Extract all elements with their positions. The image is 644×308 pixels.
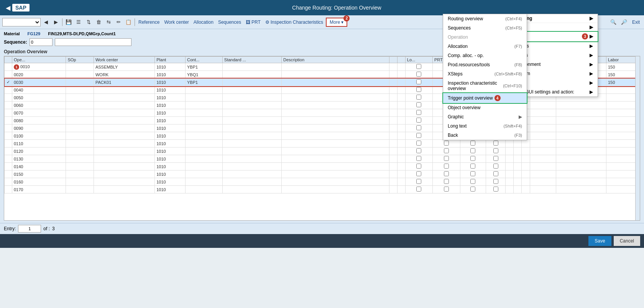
- cl-checkbox[interactable]: [470, 156, 475, 161]
- table-row[interactable]: 01401010: [5, 163, 640, 170]
- table-row[interactable]: 00901010: [5, 125, 640, 132]
- goto-item-0[interactable]: Routing overview(Ctrl+F4): [443, 14, 527, 23]
- table-row[interactable]: 00801010: [5, 117, 640, 125]
- row-cl[interactable]: [460, 186, 486, 193]
- cancel-button[interactable]: Cancel: [614, 236, 640, 246]
- lo-checkbox[interactable]: [416, 171, 421, 176]
- row-checkbox[interactable]: [5, 94, 12, 102]
- entry-input[interactable]: [18, 225, 41, 233]
- row-lo[interactable]: [405, 178, 432, 186]
- c-checkbox[interactable]: [493, 179, 498, 184]
- row-lo[interactable]: [405, 86, 432, 94]
- row-checkbox[interactable]: [5, 102, 12, 109]
- row-prt[interactable]: [432, 147, 460, 155]
- row-checkbox[interactable]: [5, 170, 12, 178]
- allocation-button[interactable]: Allocation: [192, 18, 215, 27]
- lo-checkbox[interactable]: [416, 133, 421, 138]
- save-button[interactable]: Save: [588, 236, 611, 246]
- row-c[interactable]: [486, 155, 505, 163]
- lo-checkbox[interactable]: [416, 87, 421, 92]
- table-row[interactable]: 01601010: [5, 178, 640, 186]
- table-row[interactable]: 01701010: [5, 186, 640, 193]
- row-checkbox[interactable]: [5, 132, 12, 140]
- sequence-desc-input[interactable]: [55, 38, 131, 46]
- row-checkbox[interactable]: [5, 86, 12, 94]
- row-lo[interactable]: [405, 79, 432, 86]
- goto-item-6[interactable]: XSteps(Ctrl+Shift+F8): [443, 69, 527, 79]
- prt-button[interactable]: 🖼 PRT: [244, 18, 263, 27]
- row-checkbox[interactable]: [5, 117, 12, 125]
- table-row[interactable]: 00701010: [5, 109, 640, 117]
- table-row[interactable]: 01301010: [5, 155, 640, 163]
- row-checkbox[interactable]: [5, 71, 12, 79]
- lo-checkbox[interactable]: [416, 164, 421, 169]
- prt-checkbox[interactable]: [444, 156, 449, 161]
- more-button[interactable]: More ▾ 2: [326, 18, 347, 27]
- row-c[interactable]: [486, 163, 505, 170]
- c-checkbox[interactable]: [493, 164, 498, 169]
- row-lo[interactable]: [405, 140, 432, 147]
- row-cl[interactable]: [460, 163, 486, 170]
- row-checkbox[interactable]: [5, 109, 12, 117]
- row-c[interactable]: [486, 170, 505, 178]
- bullets-button[interactable]: ☰: [74, 18, 83, 27]
- c-checkbox[interactable]: [493, 148, 498, 153]
- prt-checkbox[interactable]: [444, 187, 449, 192]
- nav-prev-button[interactable]: ◀: [41, 18, 51, 27]
- cl-checkbox[interactable]: [470, 187, 475, 192]
- edit-button[interactable]: ✏: [114, 18, 123, 27]
- row-c[interactable]: [486, 178, 505, 186]
- row-prt[interactable]: [432, 163, 460, 170]
- prt-checkbox[interactable]: [444, 148, 449, 153]
- lo-checkbox[interactable]: [416, 125, 421, 130]
- sort-button[interactable]: ⇅: [84, 18, 93, 27]
- table-row[interactable]: 01001010: [5, 132, 640, 140]
- row-prt[interactable]: [432, 170, 460, 178]
- row-lo[interactable]: [405, 109, 432, 117]
- lo-checkbox[interactable]: [416, 79, 421, 84]
- table-row[interactable]: 01201010: [5, 147, 640, 155]
- row-lo[interactable]: [405, 102, 432, 109]
- row-c[interactable]: [486, 186, 505, 193]
- row-prt[interactable]: [432, 186, 460, 193]
- goto-item-3[interactable]: Allocation(F7): [443, 42, 527, 51]
- row-lo[interactable]: [405, 147, 432, 155]
- toolbar-dropdown[interactable]: [2, 18, 41, 26]
- row-lo[interactable]: [405, 132, 432, 140]
- row-checkbox[interactable]: [5, 125, 12, 132]
- c-checkbox[interactable]: [493, 156, 498, 161]
- cl-checkbox[interactable]: [470, 171, 475, 176]
- row-lo[interactable]: [405, 186, 432, 193]
- nav-next-button[interactable]: ▶: [51, 18, 61, 27]
- row-lo[interactable]: [405, 94, 432, 102]
- goto-item-8[interactable]: Trigger point overview4: [443, 93, 527, 103]
- delete-button[interactable]: 🗑: [94, 18, 103, 27]
- row-cl[interactable]: [460, 178, 486, 186]
- sequences-button[interactable]: Sequences: [216, 18, 243, 27]
- goto-item-4[interactable]: Comp. alloc. - op.: [443, 51, 527, 60]
- save-icon-button[interactable]: 💾: [64, 18, 73, 27]
- table-row[interactable]: 00601010: [5, 102, 640, 109]
- lo-checkbox[interactable]: [416, 187, 421, 192]
- prt-checkbox[interactable]: [444, 141, 449, 146]
- row-lo[interactable]: [405, 170, 432, 178]
- goto-item-1[interactable]: Sequences(Ctrl+F5): [443, 23, 527, 33]
- row-checkbox[interactable]: [5, 155, 12, 163]
- goto-item-10[interactable]: Graphic▶: [443, 112, 527, 121]
- lo-checkbox[interactable]: [416, 72, 421, 77]
- c-checkbox[interactable]: [493, 171, 498, 176]
- goto-item-5[interactable]: Prod.resources/tools(F8): [443, 60, 527, 69]
- row-cl[interactable]: [460, 147, 486, 155]
- goto-item-2[interactable]: Operation: [443, 33, 527, 42]
- row-lo[interactable]: [405, 63, 432, 71]
- row-checkbox[interactable]: [5, 140, 12, 147]
- lo-checkbox[interactable]: [416, 179, 421, 184]
- prt-checkbox[interactable]: [444, 164, 449, 169]
- row-checkbox[interactable]: [5, 147, 12, 155]
- lo-checkbox[interactable]: [416, 95, 421, 100]
- row-cl[interactable]: [460, 170, 486, 178]
- lo-checkbox[interactable]: [416, 118, 421, 123]
- row-prt[interactable]: [432, 178, 460, 186]
- row-lo[interactable]: [405, 71, 432, 79]
- workcenter-button[interactable]: Work center: [162, 18, 191, 27]
